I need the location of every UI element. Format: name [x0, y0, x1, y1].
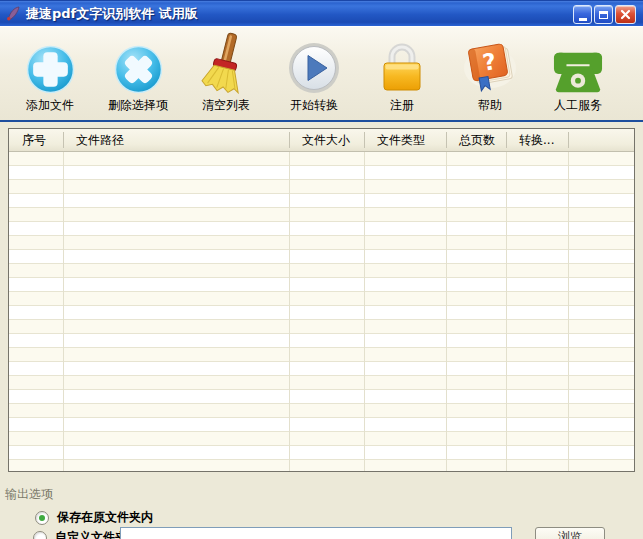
clear-list-icon [198, 34, 254, 94]
custom-folder-radio[interactable] [33, 531, 47, 539]
register-label: 注册 [390, 97, 414, 114]
start-convert-icon [288, 34, 340, 94]
add-file-icon [26, 34, 75, 94]
save-original-label: 保存在原文件夹内 [57, 509, 153, 526]
titlebar: 捷速pdf文字识别软件 试用版 [0, 0, 643, 26]
header-gridline [446, 132, 447, 148]
minimize-button[interactable] [573, 5, 592, 24]
close-icon [620, 9, 631, 20]
column-header-pagecount[interactable]: 总页数 [446, 129, 506, 151]
window-controls [573, 5, 636, 24]
file-list-header: 序号 文件路径 文件大小 文件类型 总页数 转换... [9, 129, 634, 152]
table-gridline [364, 152, 365, 471]
start-convert-button[interactable]: 开始转换 [270, 34, 358, 114]
delete-selected-icon [114, 34, 163, 94]
column-header-filepath[interactable]: 文件路径 [63, 129, 289, 151]
phone-icon [553, 34, 603, 94]
output-path-input[interactable] [120, 527, 512, 539]
header-gridline [364, 132, 365, 148]
delete-selected-label: 删除选择项 [108, 97, 168, 114]
browse-button[interactable]: 浏览 [535, 527, 605, 539]
toolbar: 添加文件 删除选择项 [0, 26, 643, 120]
column-header-extra[interactable] [568, 129, 634, 151]
table-gridline [506, 152, 507, 471]
column-header-status[interactable]: 转换... [506, 129, 568, 151]
output-options-label: 输出选项 [5, 486, 53, 503]
file-list-body[interactable] [9, 152, 634, 471]
maximize-icon [599, 11, 608, 19]
column-header-filesize[interactable]: 文件大小 [289, 129, 364, 151]
table-gridline [289, 152, 290, 471]
file-list-table: 序号 文件路径 文件大小 文件类型 总页数 转换... [8, 128, 635, 472]
register-lock-icon [377, 34, 427, 94]
register-button[interactable]: 注册 [358, 34, 446, 114]
header-gridline [289, 132, 290, 148]
add-file-label: 添加文件 [26, 97, 74, 114]
custom-folder-label: 自定义文件夹 [55, 529, 127, 539]
save-original-radio[interactable] [35, 511, 49, 525]
save-original-option[interactable]: 保存在原文件夹内 [35, 509, 153, 526]
toolbar-separator [0, 120, 643, 122]
close-button[interactable] [615, 5, 636, 24]
column-header-filetype[interactable]: 文件类型 [364, 129, 446, 151]
clear-list-label: 清空列表 [202, 97, 250, 114]
add-file-button[interactable]: 添加文件 [6, 34, 94, 114]
delete-selected-button[interactable]: 删除选择项 [94, 34, 182, 114]
custom-folder-option[interactable]: 自定义文件夹 [33, 529, 127, 539]
header-gridline [568, 132, 569, 148]
app-logo-icon [5, 5, 22, 22]
clear-list-button[interactable]: 清空列表 [182, 34, 270, 114]
table-gridline [446, 152, 447, 471]
table-gridline [63, 152, 64, 471]
customer-service-button[interactable]: 人工服务 [534, 34, 622, 114]
maximize-button[interactable] [594, 5, 613, 24]
help-label: 帮助 [478, 97, 502, 114]
app-window: 捷速pdf文字识别软件 试用版 [0, 0, 643, 539]
help-book-icon: ? [461, 34, 519, 94]
help-button[interactable]: ? 帮助 [446, 34, 534, 114]
column-header-index[interactable]: 序号 [9, 129, 63, 151]
header-gridline [63, 132, 64, 148]
minimize-icon [579, 18, 587, 21]
customer-service-label: 人工服务 [554, 97, 602, 114]
table-gridline [568, 152, 569, 471]
window-title: 捷速pdf文字识别软件 试用版 [26, 5, 198, 23]
header-gridline [506, 132, 507, 148]
start-convert-label: 开始转换 [290, 97, 338, 114]
